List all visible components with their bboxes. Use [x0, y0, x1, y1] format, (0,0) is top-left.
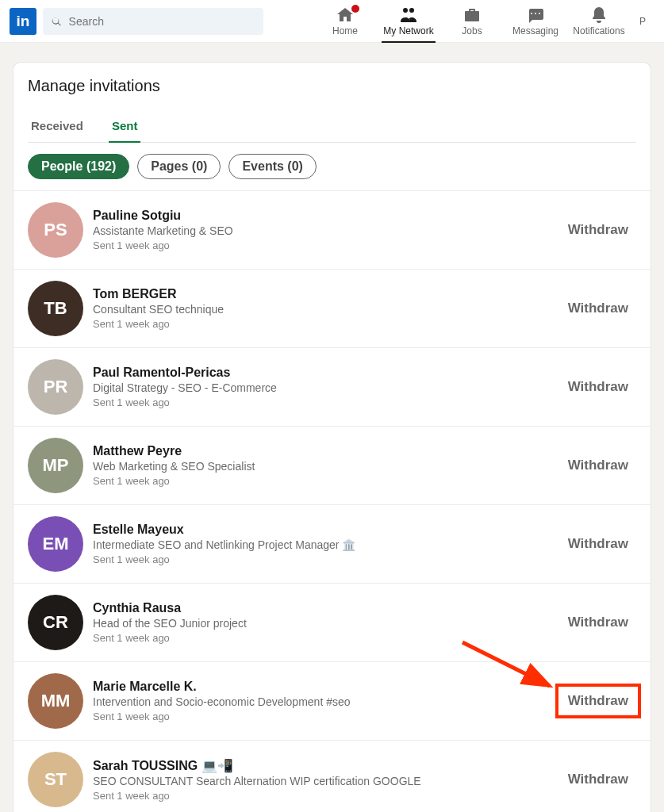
nav-my-network[interactable]: My Network	[377, 0, 440, 43]
nav-jobs[interactable]: Jobs	[440, 0, 504, 43]
invitation-row: PSPauline SotgiuAssistante Marketing & S…	[13, 191, 651, 270]
avatar[interactable]: PS	[28, 202, 83, 258]
withdraw-button[interactable]: Withdraw	[560, 610, 636, 635]
invitation-info: Paul Ramentol-PericasDigital Strategy - …	[93, 366, 560, 408]
avatar[interactable]: EM	[28, 516, 83, 572]
global-header: in Home My Network Jobs Messaging Notifi…	[0, 0, 664, 43]
person-name[interactable]: Pauline Sotgiu	[93, 209, 560, 223]
linkedin-logo[interactable]: in	[10, 8, 36, 35]
invitation-row: MPMatthew PeyreWeb Marketing & SEO Speci…	[13, 427, 651, 505]
person-headline: Digital Strategy - SEO - E-Commerce	[93, 381, 560, 394]
invitation-list: PSPauline SotgiuAssistante Marketing & S…	[13, 191, 651, 812]
invitation-row: TBTom BERGERConsultant SEO techniqueSent…	[13, 270, 651, 348]
invitation-row: STSarah TOUSSING 💻📲SEO CONSULTANT Search…	[13, 741, 651, 812]
bell-icon	[589, 6, 608, 25]
nav-profile[interactable]: P	[631, 0, 654, 43]
invitation-row: PRPaul Ramentol-PericasDigital Strategy …	[13, 348, 651, 427]
sent-time: Sent 1 week ago	[93, 710, 560, 722]
filter-chips: People (192) Pages (0) Events (0)	[13, 143, 651, 191]
search-input[interactable]	[69, 15, 255, 28]
withdraw-button[interactable]: Withdraw	[560, 296, 636, 321]
home-badge	[350, 3, 361, 14]
card-header: Manage invitations Received Sent	[13, 63, 651, 143]
nav-home[interactable]: Home	[313, 0, 377, 43]
invitation-info: Marie Marcelle K.Intervention and Socio-…	[93, 680, 560, 722]
nav-messaging[interactable]: Messaging	[504, 0, 567, 43]
invitation-info: Estelle MayeuxIntermediate SEO and Netli…	[93, 523, 560, 565]
avatar[interactable]: ST	[28, 752, 83, 807]
sent-time: Sent 1 week ago	[93, 318, 560, 330]
avatar[interactable]: MP	[28, 438, 83, 493]
nav-label: Jobs	[462, 25, 482, 36]
avatar[interactable]: CR	[28, 595, 83, 650]
person-headline: Web Marketing & SEO Specialist	[93, 460, 560, 473]
person-headline: Intervention and Socio-economic Developm…	[93, 695, 560, 708]
tab-received[interactable]: Received	[28, 109, 86, 142]
nav-label: Home	[332, 25, 358, 36]
withdraw-button[interactable]: Withdraw	[560, 688, 636, 714]
avatar[interactable]: PR	[28, 359, 83, 415]
invitation-info: Sarah TOUSSING 💻📲SEO CONSULTANT Search A…	[93, 758, 560, 802]
person-headline: Consultant SEO technique	[93, 303, 560, 316]
sent-time: Sent 1 week ago	[93, 475, 560, 487]
invitation-tabs: Received Sent	[28, 109, 636, 143]
invitation-row: CRCynthia RausaHead of the SEO Junior pr…	[13, 584, 651, 662]
sent-time: Sent 1 week ago	[93, 632, 560, 644]
tab-sent[interactable]: Sent	[109, 109, 141, 142]
withdraw-button[interactable]: Withdraw	[560, 217, 636, 243]
invitation-info: Matthew PeyreWeb Marketing & SEO Special…	[93, 444, 560, 487]
invitation-info: Cynthia RausaHead of the SEO Junior proj…	[93, 601, 560, 644]
search-icon	[51, 15, 63, 28]
chip-pages[interactable]: Pages (0)	[137, 154, 221, 179]
card-title: Manage invitations	[28, 77, 636, 95]
chip-events[interactable]: Events (0)	[228, 154, 316, 179]
avatar[interactable]: MM	[28, 673, 83, 729]
person-headline: Head of the SEO Junior project	[93, 617, 560, 630]
sent-time: Sent 1 week ago	[93, 790, 560, 802]
withdraw-button[interactable]: Withdraw	[560, 767, 636, 792]
invitation-info: Pauline SotgiuAssistante Marketing & SEO…	[93, 209, 560, 251]
search-box[interactable]	[43, 8, 263, 35]
person-name[interactable]: Marie Marcelle K.	[93, 680, 560, 694]
sent-time: Sent 1 week ago	[93, 553, 560, 565]
person-headline: Intermediate SEO and Netlinking Project …	[93, 538, 560, 551]
messaging-icon	[526, 6, 545, 25]
manage-invitations-card: Manage invitations Received Sent People …	[13, 62, 651, 812]
nav-label: P	[639, 16, 646, 27]
network-icon	[399, 6, 418, 25]
withdraw-button[interactable]: Withdraw	[560, 374, 636, 400]
nav-label: My Network	[383, 25, 433, 36]
jobs-icon	[462, 6, 482, 25]
person-headline: Assistante Marketing & SEO	[93, 224, 560, 237]
person-headline: SEO CONSULTANT Search Alternation WIP ce…	[93, 775, 560, 787]
nav-label: Notifications	[573, 25, 624, 36]
person-name[interactable]: Cynthia Rausa	[93, 601, 560, 615]
avatar[interactable]: TB	[28, 281, 83, 336]
withdraw-button[interactable]: Withdraw	[560, 531, 636, 557]
person-name[interactable]: Sarah TOUSSING 💻📲	[93, 758, 560, 773]
person-name[interactable]: Matthew Peyre	[93, 444, 560, 458]
invitation-row: MMMarie Marcelle K.Intervention and Soci…	[13, 662, 651, 741]
chip-people[interactable]: People (192)	[28, 154, 129, 179]
top-nav: Home My Network Jobs Messaging Notificat…	[313, 0, 654, 43]
invitation-row: EMEstelle MayeuxIntermediate SEO and Net…	[13, 505, 651, 584]
sent-time: Sent 1 week ago	[93, 239, 560, 251]
invitation-info: Tom BERGERConsultant SEO techniqueSent 1…	[93, 287, 560, 330]
sent-time: Sent 1 week ago	[93, 396, 560, 408]
nav-label: Messaging	[512, 25, 558, 36]
person-name[interactable]: Tom BERGER	[93, 287, 560, 301]
nav-notifications[interactable]: Notifications	[567, 0, 631, 43]
person-name[interactable]: Estelle Mayeux	[93, 523, 560, 537]
withdraw-button[interactable]: Withdraw	[560, 453, 636, 478]
person-name[interactable]: Paul Ramentol-Pericas	[93, 366, 560, 380]
